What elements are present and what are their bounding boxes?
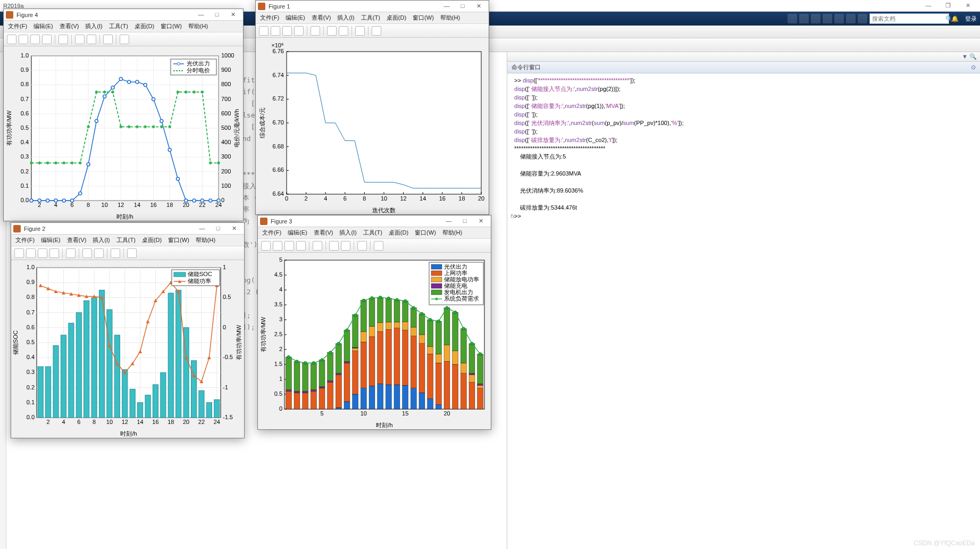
close-button[interactable]: ✕ [959,2,977,9]
svg-rect-190 [84,301,89,418]
svg-point-364 [296,360,298,363]
svg-text:光伏出力: 光伏出力 [444,263,467,270]
svg-rect-273 [336,407,341,409]
svg-rect-332 [428,320,433,346]
save-icon[interactable] [788,14,797,23]
svg-text:300: 300 [221,153,231,160]
login-link[interactable]: 登录 [965,15,977,23]
svg-point-63 [71,199,74,202]
more-icon[interactable] [858,14,867,23]
close-icon[interactable]: ✕ [225,11,241,18]
svg-point-81 [217,199,220,202]
svg-text:8: 8 [363,195,366,202]
svg-rect-304 [386,329,391,385]
figure3-window[interactable]: Figure 3—□✕ 文件(F)编辑(E)查看(V)插入(I)工具(T)桌面(… [257,215,491,430]
command-window-body[interactable]: >> disp(['******************************… [507,73,980,224]
cut-icon[interactable] [799,14,809,23]
svg-point-73 [152,98,155,101]
svg-rect-244 [286,391,291,409]
svg-text:储能功率: 储能功率 [188,278,211,284]
svg-text:20: 20 [183,419,189,425]
menubar[interactable]: 文件(F)编辑(E)查看(V)插入(I)工具(T)桌面(D)窗口(W)帮助(H) [4,21,243,32]
svg-rect-300 [378,323,383,332]
svg-text:储能充电: 储能充电 [444,282,467,289]
svg-text:16: 16 [150,202,156,208]
panel-menu-icon[interactable]: ⊙ [971,64,976,71]
svg-text:0.2: 0.2 [27,384,35,390]
min-icon[interactable]: — [193,11,209,18]
figure2-window[interactable]: Figure 2—□✕ 文件(F)编辑(E)查看(V)插入(I)工具(T)桌面(… [11,222,245,438]
menubar[interactable]: 文件(F)编辑(E)查看(V)插入(I)工具(T)桌面(D)窗口(W)帮助(H) [258,227,491,239]
figure2-title: Figure 2 [24,226,194,232]
min-icon[interactable]: — [194,225,210,231]
svg-text:6: 6 [77,419,80,425]
figure1-window[interactable]: Figure 1—□✕ 文件(F)编辑(E)查看(V)插入(I)工具(T)桌面(… [255,0,489,215]
svg-point-369 [337,342,340,345]
paste-icon[interactable] [823,14,832,23]
svg-point-377 [404,300,407,302]
close-icon[interactable]: ✕ [473,218,489,224]
svg-rect-247 [286,357,291,390]
max-icon[interactable]: □ [210,225,226,231]
svg-rect-185 [46,367,51,418]
svg-rect-254 [303,393,308,409]
max-icon[interactable]: □ [455,3,471,9]
svg-text:光伏出力: 光伏出力 [187,60,210,66]
figure-toolbar[interactable] [11,246,244,260]
svg-rect-205 [199,390,204,418]
svg-point-80 [209,199,212,202]
svg-rect-281 [344,361,350,363]
svg-text:0.6: 0.6 [21,110,29,117]
svg-text:200: 200 [221,168,231,174]
svg-point-363 [287,355,290,358]
svg-text:×10⁶: ×10⁶ [271,42,284,48]
svg-text:-1.5: -1.5 [223,414,233,420]
svg-text:0.8: 0.8 [21,81,29,87]
undo-icon[interactable] [834,14,844,23]
max-icon[interactable]: □ [209,11,225,18]
copy-icon[interactable] [811,14,820,23]
svg-rect-252 [294,361,300,391]
min-icon[interactable]: — [441,218,457,224]
min-icon[interactable]: — [439,3,455,9]
close-icon[interactable]: ✕ [226,225,242,232]
svg-text:6.74: 6.74 [273,72,284,78]
search-input[interactable] [872,15,945,22]
figure1-title: Figure 1 [269,3,439,10]
svg-text:0.8: 0.8 [27,294,35,300]
dropdown-arrow-icon[interactable]: ▼ 🔍 [962,53,977,60]
help-icon[interactable] [846,14,856,23]
svg-rect-330 [428,346,433,354]
svg-rect-289 [361,342,366,388]
figure-toolbar[interactable] [4,32,243,46]
svg-text:3: 3 [279,316,282,322]
menubar[interactable]: 文件(F)编辑(E)查看(V)插入(I)工具(T)桌面(D)窗口(W)帮助(H) [11,235,244,246]
svg-rect-293 [369,386,375,409]
svg-rect-328 [428,398,433,409]
figure-toolbar[interactable] [258,239,491,253]
svg-point-379 [421,312,423,315]
svg-rect-282 [344,330,350,362]
svg-rect-188 [69,323,74,418]
minimize-button[interactable]: — [919,2,937,9]
svg-text:14: 14 [420,195,426,202]
svg-point-366 [312,362,315,364]
svg-rect-285 [353,348,358,351]
svg-rect-349 [460,373,466,409]
close-icon[interactable]: ✕ [471,3,487,10]
menubar[interactable]: 文件(F)编辑(E)查看(V)插入(I)工具(T)桌面(D)窗口(W)帮助(H) [256,12,489,24]
svg-text:24: 24 [214,419,220,425]
svg-text:18: 18 [458,195,465,202]
svg-text:1000: 1000 [221,52,234,59]
figure-icon [260,218,267,225]
notification-icon[interactable]: 🔔 [951,15,959,22]
svg-rect-390 [431,264,442,269]
svg-rect-297 [369,298,375,326]
figure4-window[interactable]: Figure 4—□✕ 文件(F)编辑(E)查看(V)插入(I)工具(T)桌面(… [3,9,244,221]
max-icon[interactable]: □ [457,218,473,224]
search-box[interactable]: 🔍 [869,13,949,24]
svg-point-62 [62,199,65,202]
figure-toolbar[interactable] [256,24,489,38]
maximize-button[interactable]: ❐ [939,2,957,9]
svg-rect-309 [394,328,400,385]
